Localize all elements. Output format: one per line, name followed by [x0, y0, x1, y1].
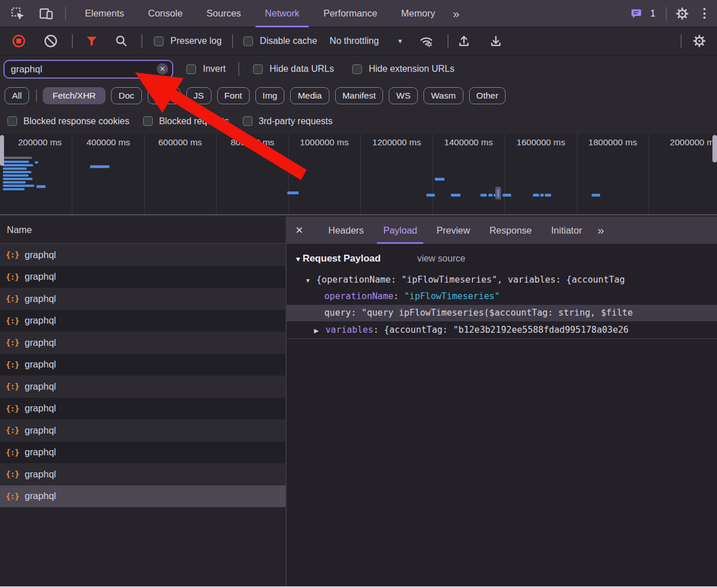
overview-bar — [287, 191, 299, 194]
invert-checkbox[interactable] — [186, 64, 196, 74]
gridline — [577, 134, 577, 214]
chip-manifest[interactable]: Manifest — [335, 87, 384, 104]
tab-elements[interactable]: Elements — [73, 0, 136, 27]
table-row[interactable]: {:}graphql — [0, 354, 286, 376]
tab-headers[interactable]: Headers — [319, 217, 373, 244]
blocked-response-cookies-checkbox[interactable] — [7, 116, 17, 126]
blocked-requests-checkbox[interactable] — [143, 116, 153, 126]
network-settings-gear-icon[interactable] — [690, 31, 709, 51]
tab-response[interactable]: Response — [480, 217, 541, 244]
table-row-selected[interactable]: {:}graphql — [0, 485, 286, 508]
table-row[interactable]: {:}graphql — [0, 398, 286, 420]
device-toolbar-icon[interactable] — [36, 4, 56, 23]
table-row[interactable]: {:}graphql — [0, 463, 286, 485]
fetch-braces-icon: {:} — [6, 382, 19, 391]
table-row[interactable]: {:}graphql — [0, 375, 286, 398]
third-party-requests-checkbox[interactable] — [243, 116, 252, 126]
name-column-header[interactable]: Name — [0, 217, 286, 244]
tab-initiator[interactable]: Initiator — [541, 217, 592, 244]
chip-css[interactable]: CSS — [148, 87, 181, 104]
tick-label: 800000 ms — [231, 137, 275, 148]
chip-wasm[interactable]: Wasm — [423, 87, 463, 104]
table-row[interactable]: {:}graphql — [0, 244, 286, 266]
device-icon — [39, 6, 54, 21]
fetch-braces-icon: {:} — [6, 404, 19, 413]
gridline — [649, 134, 649, 214]
overview-bar — [3, 188, 25, 190]
payload-preview-row[interactable]: ▼{operationName: "ipFlowTimeseries", var… — [287, 272, 717, 288]
overview-bar — [426, 194, 435, 197]
more-tabs-icon[interactable]: » — [447, 7, 465, 21]
chevron-down-icon[interactable]: ▼ — [397, 38, 404, 44]
fetch-braces-icon: {:} — [6, 492, 19, 501]
tab-sources[interactable]: Sources — [194, 0, 253, 27]
overview-bar — [35, 161, 38, 164]
payload-query-row-highlighted[interactable]: query: "query ipFlowTimeseries($accountT… — [287, 305, 717, 321]
tab-memory[interactable]: Memory — [389, 0, 447, 27]
filter-toggle-button[interactable] — [82, 31, 101, 51]
more-tabs-icon[interactable]: » — [592, 223, 609, 237]
close-icon[interactable]: ✕ — [287, 217, 312, 244]
throttling-select[interactable]: No throttling — [329, 36, 378, 46]
issues-count: 1 — [650, 9, 655, 19]
tab-preview[interactable]: Preview — [427, 217, 480, 244]
overview-scroll-handle-left[interactable] — [0, 135, 4, 166]
overview-bar — [497, 189, 499, 197]
preserve-log-checkbox[interactable] — [154, 36, 164, 46]
network-overview-timeline[interactable]: 200000 ms 400000 ms 600000 ms 800000 ms … — [0, 134, 717, 215]
tab-console[interactable]: Console — [136, 0, 195, 27]
payload-operation-row[interactable]: operationName: "ipFlowTimeseries" — [287, 288, 717, 305]
tab-payload[interactable]: Payload — [373, 217, 427, 244]
chip-ws[interactable]: WS — [389, 87, 418, 104]
overview-scroll-handle-right[interactable] — [712, 135, 717, 162]
table-row[interactable]: {:}graphql — [0, 419, 286, 442]
search-button[interactable] — [112, 31, 131, 51]
chip-all[interactable]: All — [5, 87, 29, 104]
table-row[interactable]: {:}graphql — [0, 332, 286, 354]
record-icon — [11, 34, 26, 48]
import-har-button[interactable] — [454, 31, 474, 51]
disable-cache-checkbox[interactable] — [243, 36, 253, 46]
overview-bar — [3, 161, 29, 163]
collapse-icon[interactable]: ▼ — [295, 255, 302, 263]
request-rows: {:}graphql {:}graphql {:}graphql {:}grap… — [0, 244, 286, 507]
tick-label: 1200000 ms — [372, 137, 421, 148]
chip-font[interactable]: Font — [217, 87, 250, 104]
chip-js[interactable]: JS — [186, 87, 211, 104]
clear-network-log-button[interactable] — [41, 31, 60, 51]
fetch-braces-icon: {:} — [6, 272, 19, 281]
collapse-icon[interactable]: ▼ — [305, 272, 316, 288]
wifi-gear-icon — [419, 34, 434, 48]
filter-input[interactable]: graphql ✕ — [3, 60, 173, 79]
record-network-log-button[interactable] — [9, 31, 28, 51]
blocked-response-cookies-label: Blocked response cookies — [23, 116, 129, 126]
issues-message-icon[interactable] — [627, 4, 646, 23]
export-har-button[interactable] — [486, 31, 506, 51]
chip-media[interactable]: Media — [290, 87, 329, 104]
table-row[interactable]: {:}graphql — [0, 288, 286, 310]
chip-doc[interactable]: Doc — [111, 87, 142, 104]
funnel-icon — [85, 34, 99, 48]
inspect-element-icon[interactable] — [8, 4, 27, 23]
hide-data-urls-checkbox[interactable] — [253, 64, 263, 74]
chip-fetch-xhr[interactable]: Fetch/XHR — [43, 87, 105, 104]
tab-network[interactable]: Network — [253, 0, 312, 27]
settings-gear-icon[interactable] — [673, 4, 692, 23]
tab-performance[interactable]: Performance — [311, 0, 389, 27]
chip-other[interactable]: Other — [469, 87, 506, 104]
chip-img[interactable]: Img — [255, 87, 285, 104]
network-conditions-button[interactable] — [417, 31, 436, 51]
overview-bar — [503, 194, 511, 197]
table-row[interactable]: {:}graphql — [0, 310, 286, 332]
hide-extension-urls-checkbox[interactable] — [352, 64, 362, 74]
overview-bar — [3, 171, 31, 173]
clear-filter-icon[interactable]: ✕ — [157, 63, 168, 75]
expand-icon[interactable]: ▶ — [314, 322, 325, 339]
payload-variables-row[interactable]: ▶variables: {accountTag: "b12e3b2192ee55… — [287, 321, 717, 339]
table-row[interactable]: {:}graphql — [0, 266, 286, 288]
kebab-menu-icon[interactable] — [700, 8, 709, 19]
table-row[interactable]: {:}graphql — [0, 442, 286, 464]
view-source-link[interactable]: view source — [417, 254, 465, 264]
overview-bar — [3, 178, 32, 180]
fetch-braces-icon: {:} — [6, 426, 19, 435]
